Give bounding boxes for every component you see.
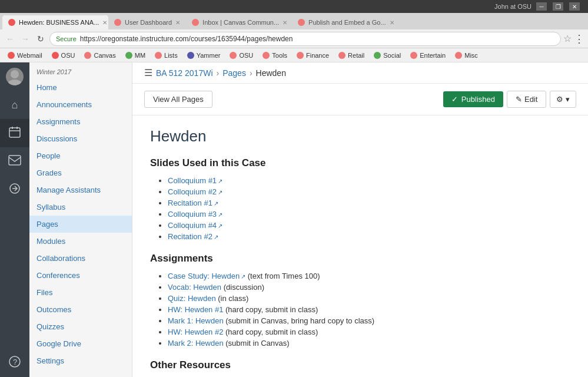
tab-close-3[interactable]: ✕ (390, 19, 394, 26)
view-all-pages-button[interactable]: View All Pages (144, 91, 212, 108)
bookmark-icon-osu0 (52, 52, 59, 59)
tab-1[interactable]: User Dashboard ✕ (108, 15, 186, 29)
tab-close-0[interactable]: ✕ (102, 19, 107, 26)
app-layout: ⌂ (0, 62, 588, 377)
bookmark-label-mm: MM (135, 52, 145, 59)
edit-button[interactable]: ✎ Edit (507, 91, 546, 108)
page-settings-button[interactable]: ⚙ ▾ (550, 91, 576, 108)
link-hw1[interactable]: HW: Hewden #1 (168, 305, 223, 314)
close-button[interactable]: ✕ (569, 2, 580, 11)
link-recitation2[interactable]: Recitation #2 (168, 232, 212, 241)
forward-button[interactable]: → (19, 32, 32, 45)
link-colloquium2[interactable]: Colloquium #2 (168, 187, 217, 196)
bookmark-label-retail: Retail (348, 52, 364, 59)
global-nav-help[interactable]: ? (0, 349, 29, 377)
bookmark-mm[interactable]: MM (121, 49, 150, 61)
browser-menu-button[interactable]: ⋮ (574, 32, 584, 45)
nav-menu-icon[interactable]: ☰ (144, 67, 152, 78)
sidebar-item-pages[interactable]: Pages (29, 216, 132, 233)
address-input[interactable]: Secure https://oregonstate.instructure.c… (49, 32, 561, 46)
sidebar-item-assignments[interactable]: Assignments (29, 113, 132, 130)
bookmark-webmail[interactable]: Webmail (4, 49, 46, 61)
sidebar-item-files[interactable]: Files (29, 284, 132, 301)
bookmark-icon-webmail (8, 52, 15, 59)
bookmark-label-yammer: Yammer (197, 52, 221, 59)
sidebar-item-manage-assistants[interactable]: Manage Assistants (29, 181, 132, 199)
tab-2[interactable]: Inbox | Canvas Commun... ✕ (186, 15, 292, 29)
restore-button[interactable]: ❐ (553, 2, 563, 11)
bookmark-icon-mm (125, 52, 132, 59)
sidebar-item-grades[interactable]: Grades (29, 164, 132, 181)
link-quiz[interactable]: Quiz: Hewden (168, 294, 216, 303)
bookmark-osu1[interactable]: OSU (225, 49, 257, 61)
svg-rect-4 (12, 127, 13, 129)
global-nav-calendar[interactable] (0, 119, 29, 147)
breadcrumb: ☰ BA 512 2017Wi › Pages › Hewden (132, 62, 588, 84)
bookmark-icon-tools (263, 52, 270, 59)
link-hw2[interactable]: HW: Hewden #2 (168, 328, 223, 336)
sidebar-item-syllabus[interactable]: Syllabus (29, 199, 132, 216)
link-colloquium4[interactable]: Colloquium #4 (168, 221, 217, 230)
sidebar-item-announcements[interactable]: Announcements (29, 96, 132, 113)
bookmark-social[interactable]: Social (370, 49, 405, 61)
bookmark-misc[interactable]: Misc (451, 49, 482, 61)
bookmark-retail[interactable]: Retail (334, 49, 368, 61)
refresh-button[interactable]: ↻ (34, 32, 47, 45)
url-display: https://oregonstate.instructure.com/cour… (80, 35, 293, 43)
bookmark-osu0[interactable]: OSU (48, 49, 79, 61)
breadcrumb-sep-2: › (250, 68, 253, 78)
bookmark-star[interactable]: ☆ (563, 33, 572, 44)
sidebar-item-modules[interactable]: Modules (29, 233, 132, 250)
bookmark-entertain[interactable]: Entertain (406, 49, 450, 61)
link-recitation1[interactable]: Recitation #1 (168, 199, 212, 207)
tab-0[interactable]: Hewden: BUSINESS ANA... ✕ (2, 15, 108, 29)
bookmark-finance[interactable]: Finance (293, 49, 333, 61)
bookmark-icon-retail (338, 52, 346, 59)
sidebar-item-people[interactable]: People (29, 147, 132, 164)
page-title: Hewden (150, 127, 562, 145)
bookmark-icon-finance (297, 52, 304, 59)
published-button[interactable]: ✓ Published (443, 91, 503, 107)
check-icon: ✓ (451, 95, 458, 104)
bookmark-tools[interactable]: Tools (258, 49, 291, 61)
sidebar-item-home[interactable]: Home (29, 79, 132, 96)
sidebar-item-conferences[interactable]: Conferences (29, 267, 132, 284)
sidebar-item-outcomes[interactable]: Outcomes (29, 301, 132, 318)
tab-close-1[interactable]: ✕ (175, 19, 180, 26)
commons-icon (9, 183, 21, 197)
sidebar-item-settings[interactable]: Settings (29, 352, 132, 369)
tab-3[interactable]: Publish and Embed a Go... ✕ (292, 15, 398, 29)
global-nav-home[interactable]: ⌂ (0, 91, 29, 119)
minimize-button[interactable]: ─ (536, 2, 547, 11)
ext-link-icon: ↗ (214, 200, 218, 207)
link-colloquium3[interactable]: Colloquium #3 (168, 210, 217, 219)
sidebar-item-discussions[interactable]: Discussions (29, 130, 132, 147)
link-colloquium1[interactable]: Colloquium #1 (168, 176, 217, 185)
global-nav-inbox[interactable] (0, 147, 29, 176)
tab-close-2[interactable]: ✕ (283, 19, 287, 26)
sidebar-item-collaborations[interactable]: Collaborations (29, 250, 132, 267)
back-button[interactable]: ← (4, 32, 16, 45)
list-item: Mark 1: Hewden (submit in Canvas, bring … (168, 316, 562, 325)
gear-icon: ⚙ (556, 95, 563, 104)
global-nav-commons[interactable] (0, 176, 29, 204)
link-mark2[interactable]: Mark 2: Hewden (168, 339, 224, 348)
bookmark-icon-osu1 (230, 52, 237, 59)
link-vocab[interactable]: Vocab: Hewden (168, 283, 221, 292)
link-case-study[interactable]: Case Study: Hewden (168, 272, 240, 280)
window-controls[interactable]: ─ ❐ ✕ (536, 2, 584, 11)
breadcrumb-current: Hewden (256, 68, 286, 78)
link-mark1[interactable]: Mark 1: Hewden (168, 316, 224, 325)
sidebar-item-quizzes[interactable]: Quizzes (29, 318, 132, 335)
bookmark-label-canvas: Canvas (94, 52, 115, 59)
tab-favicon-3 (298, 19, 305, 26)
bookmark-label-misc: Misc (464, 52, 478, 59)
bookmark-yammer[interactable]: Yammer (183, 49, 225, 61)
bookmark-lists[interactable]: Lists (151, 49, 182, 61)
bookmark-canvas[interactable]: Canvas (80, 49, 119, 61)
tab-label-0: Hewden: BUSINESS ANA... (19, 19, 99, 26)
breadcrumb-pages[interactable]: Pages (222, 68, 246, 78)
global-nav-avatar[interactable] (0, 62, 29, 91)
breadcrumb-course[interactable]: BA 512 2017Wi (156, 68, 213, 78)
sidebar-item-google-drive[interactable]: Google Drive (29, 335, 132, 352)
